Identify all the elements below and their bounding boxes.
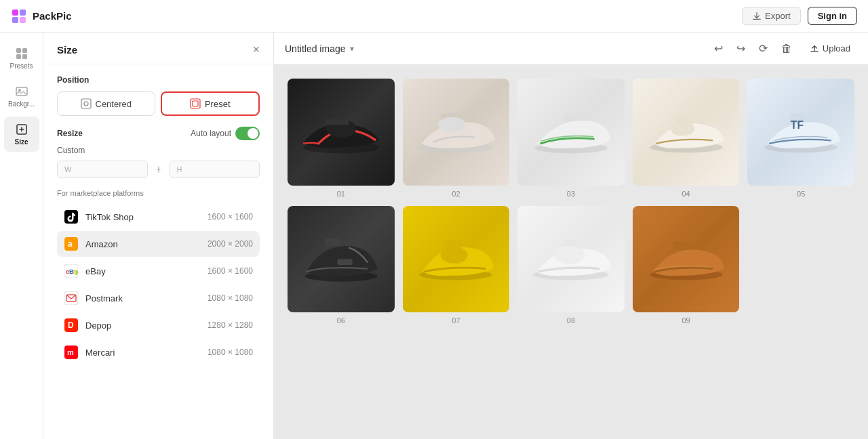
mercari-name: Mercari (85, 348, 115, 358)
marketplace-section: For marketplace platforms TikTok Shop 16 (43, 189, 273, 376)
tiktok-name: TikTok Shop (85, 212, 134, 222)
centered-icon (81, 98, 92, 109)
svg-rect-6 (16, 54, 21, 59)
postmark-left: Postmark (64, 291, 123, 306)
svg-rect-0 (12, 9, 18, 16)
image-cell-02[interactable]: 02 (403, 79, 510, 198)
undo-button[interactable]: ↩ (711, 39, 726, 58)
auto-layout-label: Auto layout (191, 129, 231, 138)
canvas-area: Untitled image ▾ ↩ ↪ ⟳ 🗑 Upload (274, 33, 868, 439)
image-grid: 01 02 (274, 65, 868, 439)
image-thumb-07 (403, 206, 510, 313)
postmark-size: 1080 × 1080 (208, 293, 253, 303)
image-thumb-05: TF (747, 79, 854, 186)
shoe-svg-02 (410, 95, 501, 169)
app-name: PackPic (33, 10, 72, 22)
image-label-08: 08 (567, 316, 575, 325)
image-thumb-09 (633, 206, 740, 313)
postmark-name: Postmark (85, 293, 123, 304)
image-label-03: 03 (567, 190, 575, 198)
shoe-svg-03 (526, 95, 616, 169)
svg-rect-4 (16, 48, 21, 53)
canvas-title-dropdown[interactable]: ▾ (350, 44, 354, 54)
ebay-icon: e B a y (64, 264, 79, 278)
amazon-size: 2000 × 2000 (208, 239, 253, 249)
sidebar-item-size[interactable]: Size (4, 117, 39, 152)
image-label-02: 02 (452, 190, 460, 198)
signin-button[interactable]: Sign in (808, 7, 857, 25)
svg-rect-13 (191, 99, 200, 108)
resize-label: Resize (57, 129, 83, 138)
shoe-svg-08 (526, 222, 616, 296)
image-label-04: 04 (682, 190, 690, 198)
image-cell-07[interactable]: 07 (403, 206, 510, 325)
image-thumb-04 (633, 79, 740, 186)
platform-tiktok[interactable]: TikTok Shop 1600 × 1600 (57, 204, 260, 230)
svg-text:a: a (68, 239, 73, 249)
platform-amazon[interactable]: a Amazon 2000 × 2000 (57, 231, 260, 257)
width-label: W (64, 165, 71, 173)
delete-button[interactable]: 🗑 (778, 40, 795, 58)
platform-depop[interactable]: D Depop 1280 × 1280 (57, 312, 260, 338)
centered-button[interactable]: Centered (57, 91, 155, 116)
canvas-title-area: Untitled image ▾ (285, 43, 354, 54)
platform-ebay[interactable]: e B a y eBay 1600 × 1600 (57, 258, 260, 284)
sidebar-item-background[interactable]: Backgr... (4, 79, 39, 114)
size-label: Size (14, 138, 28, 146)
image-thumb-02 (403, 79, 510, 186)
preset-button[interactable]: Preset (161, 91, 260, 116)
svg-rect-3 (20, 17, 26, 23)
postmark-icon (64, 291, 79, 306)
shoe-svg-04 (641, 95, 732, 169)
panel-title: Size (57, 44, 77, 56)
preset-icon (190, 98, 201, 109)
svg-rect-8 (16, 87, 27, 96)
svg-rect-39 (337, 259, 352, 265)
panel-close-button[interactable]: × (252, 43, 260, 56)
amazon-icon: a (64, 236, 79, 251)
auto-layout-toggle[interactable] (235, 127, 260, 140)
export-button[interactable]: Export (742, 7, 801, 25)
position-section: Position Centered Preset (43, 64, 273, 127)
sidebar-item-presets[interactable]: Presets (4, 41, 39, 76)
svg-text:y: y (75, 268, 78, 275)
mercari-icon: m (64, 345, 79, 360)
image-thumb-06 (288, 206, 395, 313)
shoe-svg-05: TF (755, 95, 846, 169)
svg-text:TF: TF (791, 119, 804, 130)
size-panel: Size × Position Centered (43, 33, 274, 439)
image-cell-03[interactable]: 03 (517, 79, 625, 198)
background-label: Backgr... (8, 100, 35, 108)
image-thumb-08 (517, 206, 625, 313)
platform-mercari[interactable]: m Mercari 1080 × 1080 (57, 339, 260, 365)
main-layout: Presets Backgr... Size Size × Position (0, 33, 868, 439)
width-input: W (57, 161, 148, 178)
height-input: H (170, 161, 260, 178)
svg-text:m: m (67, 348, 74, 356)
refresh-button[interactable]: ⟳ (756, 39, 770, 58)
export-icon (752, 12, 762, 21)
redo-button[interactable]: ↪ (734, 39, 748, 58)
image-cell-01[interactable]: 01 (288, 79, 395, 198)
image-cell-06[interactable]: 06 (288, 206, 395, 325)
canvas-title: Untitled image (285, 43, 346, 54)
depop-icon: D (64, 318, 79, 333)
resize-section: Resize Auto layout Custom W H (43, 127, 273, 189)
app-logo[interactable]: PackPic (11, 8, 72, 24)
ebay-size: 1600 × 1600 (208, 266, 253, 276)
image-cell-05[interactable]: TF 05 (747, 79, 854, 198)
svg-rect-1 (20, 9, 26, 16)
image-cell-09[interactable]: 09 (633, 206, 740, 325)
canvas-actions: ↩ ↪ ⟳ 🗑 Upload (711, 39, 857, 58)
marketplace-label: For marketplace platforms (57, 189, 260, 197)
svg-point-41 (441, 247, 468, 264)
image-cell-08[interactable]: 08 (517, 206, 625, 325)
platform-postmark[interactable]: Postmark 1080 × 1080 (57, 285, 260, 311)
amazon-left: a Amazon (64, 236, 118, 251)
depop-name: Depop (85, 320, 111, 331)
upload-button[interactable]: Upload (803, 40, 857, 57)
svg-point-43 (554, 246, 585, 264)
image-cell-04[interactable]: 04 (633, 79, 740, 198)
mercari-left: m Mercari (64, 345, 115, 360)
custom-label: Custom (57, 146, 260, 155)
